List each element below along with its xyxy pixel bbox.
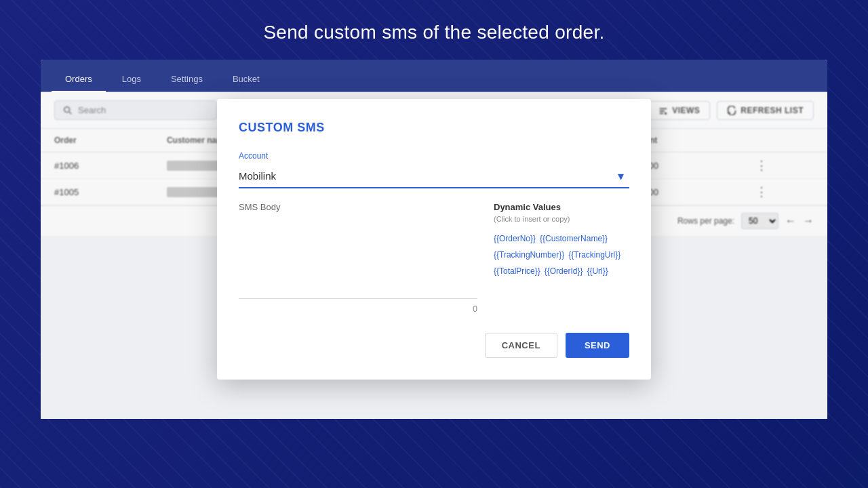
tag-url[interactable]: {{Url}}	[587, 265, 608, 277]
account-select[interactable]: Mobilink	[239, 165, 629, 187]
page-header: Send custom sms of the selected order.	[0, 0, 868, 60]
send-button[interactable]: SEND	[566, 333, 629, 358]
tag-order-no[interactable]: {{OrderNo}}	[494, 232, 536, 245]
modal-body: SMS Body 0 Dynamic Values (Click to inse…	[239, 202, 629, 314]
tag-order-id[interactable]: {{OrderId}}	[545, 265, 583, 277]
cancel-button[interactable]: CANCEL	[485, 333, 557, 358]
account-label: Account	[239, 151, 629, 161]
custom-sms-modal: CUSTOM SMS Account Mobilink ▾ SMS Body 0	[217, 99, 651, 380]
account-form-group: Account Mobilink ▾	[239, 151, 629, 188]
sms-body-section: SMS Body 0	[239, 202, 477, 314]
dynamic-values-subtitle: (Click to insert or copy)	[494, 215, 629, 223]
dynamic-values-section: Dynamic Values (Click to insert or copy)…	[494, 202, 629, 314]
char-count: 0	[239, 304, 477, 314]
tag-total-price[interactable]: {{TotalPrice}}	[494, 265, 540, 277]
tag-tracking-number[interactable]: {{TrackingNumber}}	[494, 249, 564, 261]
dynamic-values-title: Dynamic Values	[494, 202, 629, 212]
modal-title: CUSTOM SMS	[239, 121, 629, 135]
sms-body-label: SMS Body	[239, 202, 477, 212]
modal-footer: CANCEL SEND	[239, 333, 629, 358]
app-window: Orders Logs Settings Bucket Search	[41, 60, 827, 419]
modal-overlay: CUSTOM SMS Account Mobilink ▾ SMS Body 0	[41, 60, 827, 419]
sms-body-textarea[interactable]	[239, 218, 477, 299]
account-select-wrapper: Mobilink ▾	[239, 165, 629, 188]
dynamic-tags: {{OrderNo}} {{CustomerName}} {{TrackingN…	[494, 232, 629, 277]
tag-customer-name[interactable]: {{CustomerName}}	[540, 232, 608, 245]
tag-tracking-url[interactable]: {{TrackingUrl}}	[568, 249, 620, 261]
